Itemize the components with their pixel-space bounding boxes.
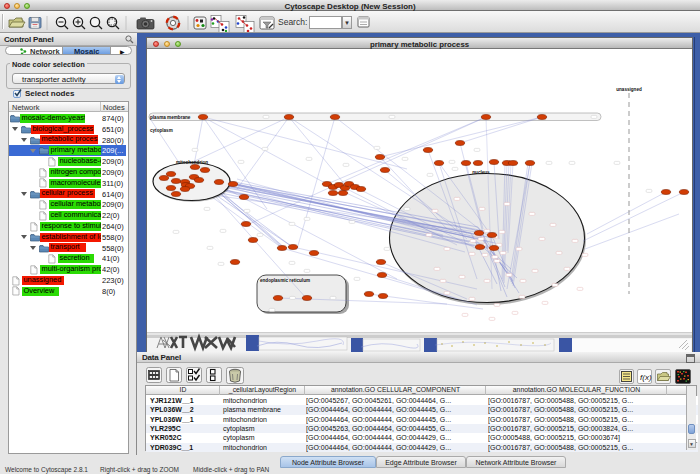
svg-text:unassigned: unassigned — [616, 87, 642, 92]
svg-text:endoplasmic reticulum: endoplasmic reticulum — [260, 278, 310, 283]
svg-text:f(x): f(x) — [640, 373, 652, 382]
svg-text:cytoplasm: cytoplasm — [150, 128, 173, 133]
svg-text:plasma membrane: plasma membrane — [150, 115, 191, 120]
svg-text:mitochondrion: mitochondrion — [176, 160, 208, 165]
svg-text:nucleus: nucleus — [472, 170, 490, 175]
